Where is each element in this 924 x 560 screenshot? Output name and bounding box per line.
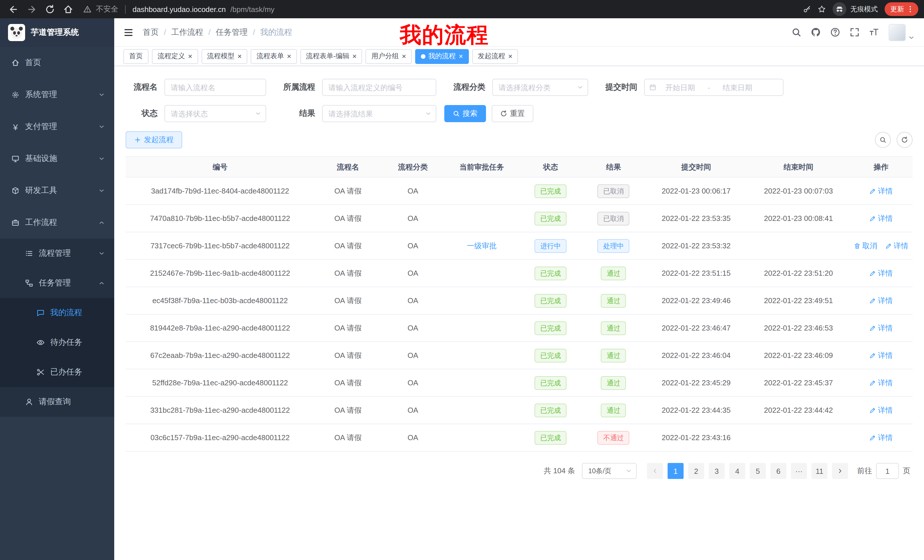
browser-menu-dots-icon[interactable]: [906, 5, 914, 13]
submit-time-range[interactable]: -: [644, 79, 783, 96]
breadcrumb-item[interactable]: 首页: [143, 27, 159, 37]
detail-link[interactable]: 详情: [870, 377, 893, 388]
close-icon[interactable]: [402, 52, 406, 60]
security-warning-icon: [83, 5, 92, 13]
page-button[interactable]: 11: [812, 463, 828, 479]
help-icon[interactable]: [830, 27, 840, 37]
toggle-search-button[interactable]: [875, 132, 891, 148]
tab-process-model[interactable]: 流程模型: [201, 49, 247, 64]
sidebar-item-todo-tasks[interactable]: 待办任务: [0, 328, 114, 357]
detail-link[interactable]: 详情: [885, 241, 908, 251]
tab-process-form[interactable]: 流程表单: [251, 49, 297, 64]
sidebar-item-process-mgmt[interactable]: 流程管理: [0, 239, 114, 268]
close-icon[interactable]: [508, 52, 512, 60]
tab-process-form-edit[interactable]: 流程表单-编辑: [300, 49, 362, 64]
breadcrumb-item[interactable]: 任务管理: [203, 27, 248, 37]
detail-link[interactable]: 详情: [870, 295, 893, 306]
gear-icon: [11, 91, 20, 99]
bookmark-star-icon[interactable]: [818, 5, 826, 13]
key-icon[interactable]: [803, 5, 811, 13]
process-definition-input[interactable]: [322, 79, 436, 96]
cube-icon: [11, 187, 20, 195]
sidebar-item-done-tasks[interactable]: 已办任务: [0, 357, 114, 387]
status-badge: 进行中: [534, 239, 567, 253]
next-page-button[interactable]: [832, 463, 848, 479]
start-date-input[interactable]: [656, 83, 704, 91]
chevron-down-icon: [98, 123, 105, 130]
detail-link[interactable]: 详情: [870, 323, 893, 333]
close-icon[interactable]: [188, 52, 192, 60]
fullscreen-icon[interactable]: [850, 27, 860, 37]
search-button[interactable]: 搜索: [444, 105, 486, 122]
sidebar-item-devtools[interactable]: 研发工具: [0, 175, 114, 207]
font-size-icon[interactable]: [869, 27, 879, 37]
page-button[interactable]: 5: [750, 463, 766, 479]
close-icon[interactable]: [237, 52, 242, 60]
browser-forward-icon[interactable]: [24, 2, 39, 16]
more-pages-button[interactable]: ···: [791, 463, 807, 479]
sidebar-item-payment[interactable]: ¥ 支付管理: [0, 111, 114, 143]
page-button[interactable]: 6: [770, 463, 786, 479]
sidebar-collapse-icon[interactable]: [123, 27, 134, 37]
detail-link[interactable]: 详情: [870, 213, 893, 223]
process-name-input[interactable]: [165, 79, 266, 96]
tab-home[interactable]: 首页: [123, 49, 148, 64]
refresh-table-button[interactable]: [897, 132, 913, 148]
col-end-time: 结束时间: [747, 157, 849, 177]
date-separator: -: [704, 83, 714, 91]
tab-start-process[interactable]: 发起流程: [472, 49, 518, 64]
address-bar[interactable]: 不安全 dashboard.yudao.iocoder.cn/bpm/task/…: [83, 4, 795, 14]
browser-reload-icon[interactable]: [42, 2, 57, 16]
detail-link[interactable]: 详情: [870, 268, 893, 278]
sidebar-item-home[interactable]: 首页: [0, 47, 114, 79]
table-row: 7470a810-7b9b-11ec-b5b7-acde48001122 OA …: [126, 205, 913, 232]
sidebar-item-task-mgmt[interactable]: 任务管理: [0, 268, 114, 298]
header-search-icon[interactable]: [792, 27, 801, 37]
detail-link[interactable]: 详情: [870, 350, 893, 361]
browser-back-icon[interactable]: [6, 2, 21, 16]
sidebar-item-my-process[interactable]: 我的流程: [0, 298, 114, 328]
page-button[interactable]: 4: [729, 463, 745, 479]
close-icon[interactable]: [286, 52, 291, 60]
tab-user-group[interactable]: 用户分组: [366, 49, 412, 64]
reset-button[interactable]: 重置: [492, 105, 533, 122]
close-icon[interactable]: [352, 52, 357, 60]
close-icon[interactable]: [459, 52, 463, 60]
create-process-button[interactable]: 发起流程: [126, 131, 182, 148]
page-button[interactable]: 3: [709, 463, 725, 479]
status-badge: 已完成: [534, 321, 567, 335]
status-badge: 已完成: [534, 211, 567, 225]
page-button[interactable]: 2: [688, 463, 704, 479]
breadcrumb-item[interactable]: 工作流程: [159, 27, 203, 37]
sidebar-item-system[interactable]: 系统管理: [0, 79, 114, 111]
prev-page-button[interactable]: [647, 463, 663, 479]
app-logo: 芋道管理系统: [0, 18, 114, 47]
browser-home-icon[interactable]: [60, 2, 75, 16]
cancel-link[interactable]: 取消: [854, 241, 877, 251]
sidebar-item-workflow[interactable]: 工作流程: [0, 207, 114, 239]
current-task-link[interactable]: 一级审批: [467, 241, 496, 250]
browser-update-button[interactable]: 更新: [885, 2, 918, 16]
page-size-value[interactable]: [582, 463, 637, 479]
sidebar-item-infra[interactable]: 基础设施: [0, 143, 114, 175]
top-header: 首页 工作流程 任务管理 我的流程: [114, 18, 924, 47]
table-row: 52ffd28e-7b9a-11ec-a290-acde48001122 OA …: [126, 369, 913, 397]
status-select[interactable]: [165, 105, 266, 122]
github-icon[interactable]: [811, 27, 820, 37]
goto-page-input[interactable]: [876, 463, 899, 479]
detail-link[interactable]: 详情: [870, 186, 893, 196]
user-avatar[interactable]: [889, 24, 915, 41]
page-button[interactable]: 1: [668, 463, 684, 479]
tab-my-process[interactable]: 我的流程: [415, 49, 469, 64]
category-select[interactable]: [492, 79, 588, 96]
detail-link[interactable]: 详情: [870, 405, 893, 415]
sidebar-item-leave-query[interactable]: 请假查询: [0, 387, 114, 417]
page-size-select[interactable]: [582, 463, 637, 479]
briefcase-icon: [11, 219, 20, 227]
chevron-up-icon: [98, 280, 105, 287]
tab-process-definition[interactable]: 流程定义: [152, 49, 198, 64]
list-icon: [25, 250, 33, 258]
end-date-input[interactable]: [714, 83, 762, 91]
result-select[interactable]: [322, 105, 436, 122]
detail-link[interactable]: 详情: [870, 433, 893, 443]
